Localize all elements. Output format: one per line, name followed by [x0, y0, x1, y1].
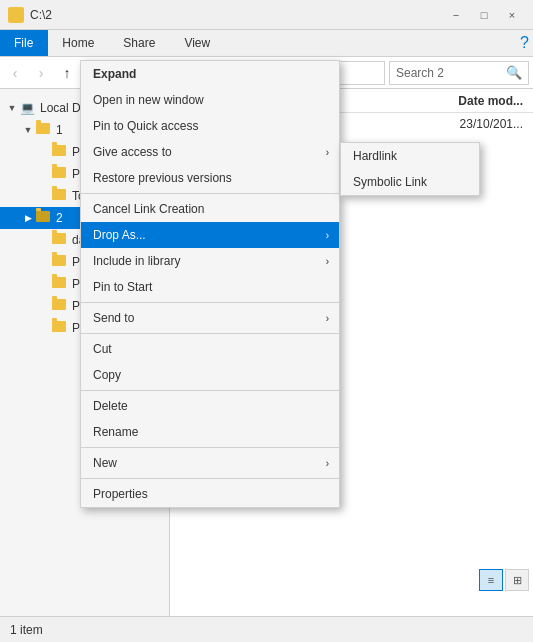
status-text: 1 item: [10, 623, 43, 637]
ctx-arrow-send: ›: [326, 313, 329, 324]
sidebar-label-2: 2: [56, 211, 63, 225]
folder-icon-pe: [52, 255, 68, 269]
ctx-give-access[interactable]: Give access to ›: [81, 139, 339, 165]
ctx-new[interactable]: New ›: [81, 450, 339, 476]
toggle-1: ▼: [20, 122, 36, 138]
ctx-send-to[interactable]: Send to ›: [81, 305, 339, 331]
ctx-restore-versions[interactable]: Restore previous versions: [81, 165, 339, 191]
search-placeholder: Search 2: [396, 66, 444, 80]
ctx-rename[interactable]: Rename: [81, 419, 339, 445]
ribbon-tabs: File Home Share View ?: [0, 30, 533, 56]
folder-icon-da: [52, 233, 68, 247]
ctx-divider-6: [81, 478, 339, 479]
title-bar: C:\2 − □ ×: [0, 0, 533, 30]
ctx-properties[interactable]: Properties: [81, 481, 339, 507]
ctx-expand[interactable]: Expand: [81, 61, 339, 87]
tab-home[interactable]: Home: [48, 30, 109, 56]
close-button[interactable]: ×: [499, 5, 525, 25]
ribbon: File Home Share View ?: [0, 30, 533, 57]
ctx-cut[interactable]: Cut: [81, 336, 339, 362]
ctx-divider-4: [81, 390, 339, 391]
maximize-button[interactable]: □: [471, 5, 497, 25]
ctx-divider-1: [81, 193, 339, 194]
view-details-button[interactable]: ≡: [479, 569, 503, 591]
folder-icon-pj: [52, 167, 68, 181]
ctx-include-library[interactable]: Include in library ›: [81, 248, 339, 274]
col-date: Date mod...: [423, 94, 523, 108]
folder-icon-pr3: [52, 321, 68, 335]
view-buttons: ≡ ⊞: [479, 569, 529, 591]
ctx-divider-5: [81, 447, 339, 448]
tab-share[interactable]: Share: [109, 30, 170, 56]
view-large-button[interactable]: ⊞: [505, 569, 529, 591]
folder-icon-1: [36, 123, 52, 137]
ctx-divider-3: [81, 333, 339, 334]
folder-icon-public: [52, 145, 68, 159]
window-title: C:\2: [30, 8, 443, 22]
ctx-copy[interactable]: Copy: [81, 362, 339, 388]
tab-file[interactable]: File: [0, 30, 48, 56]
status-bar: 1 item: [0, 616, 533, 642]
folder-icon-pr1: [52, 277, 68, 291]
context-menu: Expand Open in new window Pin to Quick a…: [80, 60, 340, 508]
search-box[interactable]: Search 2 🔍: [389, 61, 529, 85]
minimize-button[interactable]: −: [443, 5, 469, 25]
ctx-drop-as[interactable]: Drop As... ›: [81, 222, 339, 248]
ctx-arrow-new: ›: [326, 458, 329, 469]
folder-icon-pr2: [52, 299, 68, 313]
ctx-delete[interactable]: Delete: [81, 393, 339, 419]
sub-symbolic-link[interactable]: Symbolic Link: [341, 169, 479, 195]
ctx-arrow-drop: ›: [326, 230, 329, 241]
ctx-open-new-window[interactable]: Open in new window: [81, 87, 339, 113]
folder-icon-tools: [52, 189, 68, 203]
forward-button[interactable]: ›: [30, 62, 52, 84]
help-icon[interactable]: ?: [520, 34, 529, 52]
search-icon: 🔍: [506, 65, 522, 80]
toggle-2: ▶: [20, 210, 36, 226]
title-controls: − □ ×: [443, 5, 525, 25]
toggle-localDisk: ▼: [4, 100, 20, 116]
sidebar-label-1: 1: [56, 123, 63, 137]
file-date-1: 23/10/201...: [460, 117, 523, 131]
ctx-arrow-library: ›: [326, 256, 329, 267]
ctx-cancel-link[interactable]: Cancel Link Creation: [81, 196, 339, 222]
ctx-arrow-give-access: ›: [326, 147, 329, 158]
pc-icon: 💻: [20, 101, 36, 115]
submenu: Hardlink Symbolic Link: [340, 142, 480, 196]
window-icon: [8, 7, 24, 23]
ctx-pin-start[interactable]: Pin to Start: [81, 274, 339, 300]
sub-hardlink[interactable]: Hardlink: [341, 143, 479, 169]
back-button[interactable]: ‹: [4, 62, 26, 84]
up-button[interactable]: ↑: [56, 62, 78, 84]
ctx-pin-quick-access[interactable]: Pin to Quick access: [81, 113, 339, 139]
tab-view[interactable]: View: [170, 30, 225, 56]
ctx-divider-2: [81, 302, 339, 303]
folder-icon-2: [36, 211, 52, 225]
